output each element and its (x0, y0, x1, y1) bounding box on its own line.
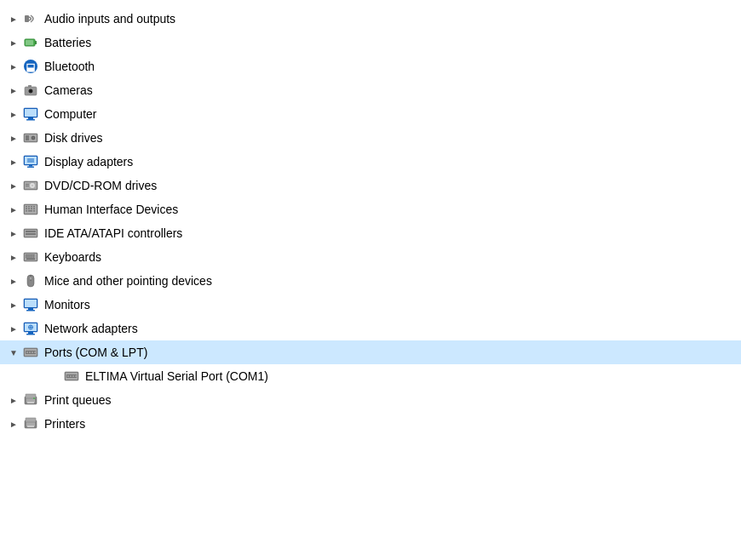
svg-rect-52 (32, 254, 33, 256)
device-manager-tree: ► Audio inputs and outputs ► Batteries ► (0, 0, 741, 443)
computer-label: Computer (44, 107, 96, 121)
disk-label: Disk drives (44, 131, 102, 145)
tree-item-dvd[interactable]: ► DVD/CD-ROM drives (0, 174, 741, 197)
svg-rect-41 (28, 210, 32, 212)
chevron-ports: ▼ (7, 346, 20, 359)
svg-point-87 (75, 375, 77, 377)
ports-icon (22, 344, 39, 361)
cameras-label: Cameras (44, 83, 93, 97)
display-icon (22, 153, 39, 170)
svg-rect-95 (26, 418, 36, 422)
bluetooth-icon: ⬓ (22, 58, 39, 75)
svg-rect-59 (26, 258, 35, 260)
svg-rect-39 (33, 209, 35, 210)
chevron-display: ► (7, 155, 20, 169)
network-label: Network adapters (44, 322, 138, 335)
tree-item-batteries[interactable]: ► Batteries (0, 31, 741, 54)
tree-item-ports[interactable]: ▼ Ports (COM & LPT) (0, 340, 741, 364)
camera-icon (22, 82, 39, 99)
chevron-hid: ► (7, 203, 20, 216)
chevron-monitors: ► (7, 298, 20, 311)
svg-rect-91 (27, 402, 34, 403)
svg-rect-29 (26, 186, 29, 186)
computer-icon (22, 106, 39, 123)
svg-point-85 (70, 375, 72, 377)
network-icon (22, 320, 39, 337)
battery-icon (22, 34, 39, 51)
svg-rect-11 (25, 109, 37, 117)
chevron-dvd: ► (7, 179, 20, 192)
hid-icon (22, 201, 39, 218)
svg-rect-36 (26, 209, 27, 210)
tree-item-network[interactable]: ► Network adapters (0, 317, 741, 340)
svg-rect-54 (26, 256, 27, 258)
tree-item-print-queues[interactable]: ► Print queues (0, 388, 741, 412)
chevron-disk: ► (7, 131, 20, 145)
tree-item-keyboards[interactable]: ► Keyboards (0, 245, 741, 269)
ide-icon (22, 225, 39, 242)
tree-item-cameras[interactable]: ► Cameras (0, 78, 741, 102)
tree-item-bluetooth[interactable]: ► ⬓ Bluetooth (0, 54, 741, 78)
svg-rect-9 (28, 85, 32, 87)
svg-point-86 (72, 375, 74, 377)
svg-rect-2 (35, 41, 37, 44)
tree-item-monitors[interactable]: ► Monitors (0, 293, 741, 317)
mouse-icon (22, 272, 39, 289)
svg-rect-50 (27, 254, 29, 256)
chevron-print-queues: ► (7, 393, 20, 407)
serial-port-icon (63, 368, 80, 385)
display-label: Display adapters (44, 155, 133, 169)
keyboards-label: Keyboards (44, 250, 101, 264)
svg-rect-16 (26, 135, 29, 140)
ports-label: Ports (COM & LPT) (44, 346, 147, 359)
chevron-computer: ► (7, 107, 20, 121)
svg-rect-49 (26, 254, 27, 256)
svg-rect-56 (29, 256, 31, 258)
svg-point-62 (30, 277, 32, 280)
svg-point-18 (32, 137, 33, 138)
svg-point-78 (29, 351, 31, 353)
svg-rect-35 (33, 206, 35, 208)
svg-rect-64 (25, 300, 37, 307)
svg-rect-42 (33, 210, 35, 212)
svg-rect-37 (28, 209, 30, 210)
bluetooth-label: Bluetooth (44, 60, 95, 73)
tree-item-display[interactable]: ► Display adapters (0, 150, 741, 174)
tree-item-hid[interactable]: ► Human Interface Devices (0, 197, 741, 221)
svg-rect-32 (26, 206, 27, 208)
tree-item-eltima[interactable]: ► ELTIMA Virtual Serial Port (COM1) (0, 364, 741, 388)
tree-item-ide[interactable]: ► IDE ATA/ATAPI controllers (0, 221, 741, 245)
dvd-icon (22, 177, 39, 194)
printers-icon (22, 415, 39, 432)
svg-rect-28 (26, 184, 29, 185)
tree-item-audio[interactable]: ► Audio inputs and outputs (0, 7, 741, 31)
chevron-audio: ► (7, 12, 20, 26)
svg-point-80 (34, 351, 36, 353)
chevron-keyboards: ► (7, 250, 20, 264)
svg-rect-70 (26, 334, 35, 335)
chevron-batteries: ► (7, 36, 20, 49)
svg-point-79 (32, 351, 33, 353)
batteries-label: Batteries (44, 36, 91, 49)
svg-rect-57 (32, 256, 33, 258)
svg-rect-38 (31, 209, 32, 210)
monitors-label: Monitors (44, 298, 90, 311)
tree-item-mice[interactable]: ► Mice and other pointing devices (0, 269, 741, 293)
chevron-network: ► (7, 322, 20, 335)
dvd-label: DVD/CD-ROM drives (44, 179, 157, 192)
audio-icon (22, 10, 39, 27)
monitor-icon (22, 296, 39, 313)
tree-item-disk[interactable]: ► Disk drives (0, 126, 741, 150)
svg-rect-58 (33, 256, 35, 258)
svg-text:⬓: ⬓ (26, 61, 35, 73)
svg-point-84 (67, 375, 69, 377)
svg-rect-0 (25, 15, 29, 22)
audio-label: Audio inputs and outputs (44, 12, 175, 26)
chevron-mice: ► (7, 274, 20, 288)
tree-item-printers[interactable]: ► Printers (0, 412, 741, 436)
svg-rect-46 (26, 233, 36, 235)
svg-rect-3 (26, 40, 33, 45)
svg-rect-33 (28, 206, 30, 208)
tree-item-computer[interactable]: ► Computer (0, 102, 741, 126)
svg-rect-96 (27, 426, 34, 427)
